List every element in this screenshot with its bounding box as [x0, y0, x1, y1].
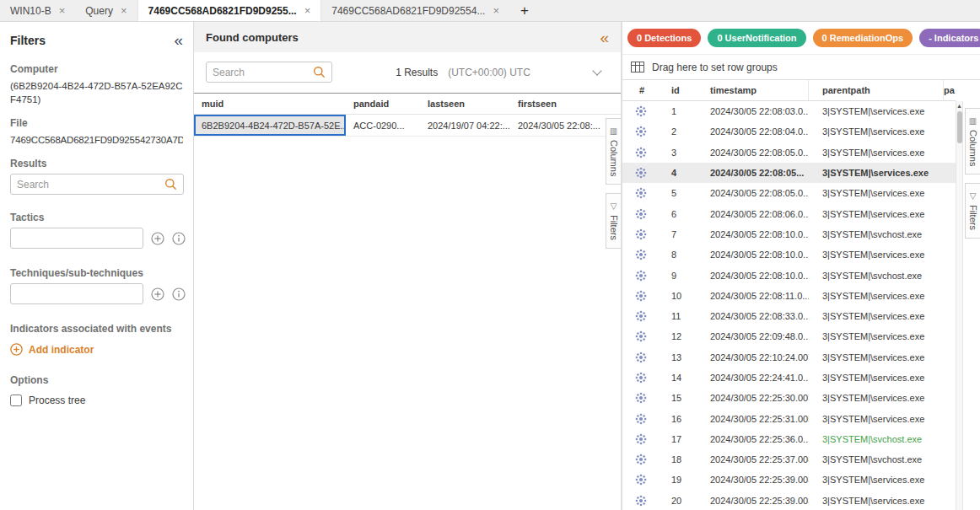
search-icon[interactable]: [164, 178, 177, 191]
process-gear-icon[interactable]: [622, 290, 658, 302]
column-header-firstseen[interactable]: firstseen: [510, 94, 603, 114]
process-gear-icon[interactable]: [622, 187, 658, 199]
column-header-id[interactable]: id: [658, 85, 697, 95]
tab-close-icon[interactable]: ×: [304, 4, 311, 17]
column-header-lastseen[interactable]: lastseen: [420, 94, 510, 114]
pandaid-cell[interactable]: ACC-0290...: [346, 115, 420, 136]
event-row[interactable]: 192024/30/05 22:25:39.0033|SYSTEM|\servi…: [622, 470, 956, 490]
tab-filters[interactable]: ▽ Filters: [606, 193, 621, 249]
status-badge-0[interactable]: 0 Detections: [627, 29, 701, 47]
add-tactic-icon[interactable]: [151, 232, 164, 245]
column-header-hash[interactable]: #: [622, 85, 658, 95]
process-gear-icon[interactable]: [622, 474, 658, 486]
tab-0[interactable]: WIN10-B×: [0, 0, 75, 21]
process-gear-icon[interactable]: [622, 105, 658, 117]
event-row[interactable]: 72024/30/05 22:08:10.0...3|SYSTEM|\svcho…: [622, 224, 956, 244]
techniques-input[interactable]: [10, 283, 143, 304]
status-badges: 0 Detections0 UserNotification0 Remediat…: [622, 22, 980, 54]
event-row[interactable]: 12024/30/05 22:08:03.0...3|SYSTEM|\servi…: [622, 101, 956, 121]
scroll-up-arrow-icon[interactable]: ▲: [956, 101, 962, 110]
process-tree-checkbox[interactable]: [10, 395, 22, 406]
status-badge-1[interactable]: 0 UserNotification: [708, 29, 805, 47]
lastseen-cell[interactable]: 2024/19/07 04:22:...: [420, 115, 510, 136]
process-gear-icon[interactable]: [622, 433, 658, 445]
process-gear-icon[interactable]: [622, 372, 658, 384]
tab-2[interactable]: 7469CC568AD6821FD9D9255...×: [137, 0, 322, 21]
process-gear-icon[interactable]: [622, 126, 658, 137]
tab-close-icon[interactable]: ×: [121, 4, 127, 17]
process-gear-icon[interactable]: [622, 310, 658, 322]
process-gear-icon[interactable]: [622, 454, 658, 465]
event-parentpath: 3|SYSTEM|\svchost.exe: [809, 454, 944, 464]
tab-close-icon[interactable]: ×: [493, 4, 499, 17]
tactics-input[interactable]: [10, 228, 143, 249]
column-header-muid[interactable]: muid: [194, 94, 346, 114]
tactics-info-icon[interactable]: [172, 232, 186, 245]
event-row[interactable]: 132024/30/05 22:10:24.0073|SYSTEM|\servi…: [622, 347, 956, 368]
scrollbar-thumb[interactable]: [957, 111, 962, 143]
event-row[interactable]: 162024/30/05 22:25:31.0053|SYSTEM|\servi…: [622, 408, 956, 428]
results-search-box: [10, 174, 184, 195]
tab-columns[interactable]: ▥ Columns: [965, 108, 980, 174]
columns-icon: ▥: [968, 116, 977, 126]
tab-filters[interactable]: ▽ Filters: [965, 183, 980, 239]
event-row[interactable]: 152024/30/05 22:25:30.0073|SYSTEM|\servi…: [622, 388, 956, 408]
process-gear-icon[interactable]: [622, 147, 658, 158]
new-tab-button[interactable]: +: [509, 0, 540, 21]
tab-close-icon[interactable]: ×: [59, 4, 66, 17]
event-timestamp: 2024/30/05 22:08:05.0...: [697, 188, 809, 198]
tab-3[interactable]: 7469CC568AD6821FD9D92554...×: [321, 0, 509, 21]
column-header-pandaid[interactable]: pandaid: [346, 94, 420, 114]
status-badge-3[interactable]: - Indicators: [919, 29, 980, 47]
event-parentpath: 3|SYSTEM|\services.exe: [809, 331, 944, 341]
event-id: 17: [658, 434, 697, 444]
process-gear-icon[interactable]: [622, 249, 658, 260]
process-gear-icon[interactable]: [622, 495, 658, 507]
event-row[interactable]: 182024/30/05 22:25:37.0083|SYSTEM|\svcho…: [622, 449, 956, 470]
event-row[interactable]: 112024/30/05 22:08:33.0...3|SYSTEM|\serv…: [622, 306, 956, 326]
event-row[interactable]: 82024/30/05 22:08:10.0...3|SYSTEM|\servi…: [622, 244, 956, 265]
event-row[interactable]: 92024/30/05 22:08:10.0...3|SYSTEM|\svcho…: [622, 265, 956, 285]
process-gear-icon[interactable]: [622, 413, 658, 425]
event-row[interactable]: 172024/30/05 22:25:36.0...3|SYSTEM|\svch…: [622, 429, 956, 449]
column-header-path[interactable]: pa: [944, 85, 956, 95]
column-header-parentpath[interactable]: parentpath: [809, 80, 944, 100]
process-gear-icon[interactable]: [622, 270, 658, 282]
event-parentpath: 3|SYSTEM|\services.exe: [809, 496, 944, 506]
computer-row[interactable]: 6B2B9204-4B24-472D-B57A-52E... ACC-0290.…: [194, 115, 621, 137]
event-row[interactable]: 122024/30/05 22:09:48.0...3|SYSTEM|\serv…: [622, 326, 956, 346]
vertical-scrollbar[interactable]: ▲: [956, 101, 963, 510]
collapse-found-panel-icon[interactable]: «: [600, 30, 609, 46]
results-search-input[interactable]: [17, 179, 164, 191]
event-row[interactable]: 202024/30/05 22:25:39.0033|SYSTEM|\servi…: [622, 491, 956, 510]
techniques-info-icon[interactable]: [172, 287, 186, 301]
muid-cell[interactable]: 6B2B9204-4B24-472D-B57A-52E...: [194, 115, 346, 136]
add-indicator-button[interactable]: Add indicator: [10, 343, 183, 356]
chevron-down-icon[interactable]: [592, 66, 601, 75]
computers-search-input[interactable]: [213, 67, 313, 78]
firstseen-cell[interactable]: 2024/30/05 22:08:...: [510, 115, 603, 136]
event-row[interactable]: 142024/30/05 22:24:41.0...3|SYSTEM|\serv…: [622, 368, 956, 388]
process-gear-icon[interactable]: [622, 208, 658, 220]
event-parentpath: 3|SYSTEM|\services.exe: [809, 148, 944, 158]
event-row[interactable]: 62024/30/05 22:08:06.0...3|SYSTEM|\servi…: [622, 203, 956, 223]
event-row[interactable]: 22024/30/05 22:08:04.0...3|SYSTEM|\servi…: [622, 121, 956, 142]
event-row[interactable]: 52024/30/05 22:08:05.0...3|SYSTEM|\servi…: [622, 183, 956, 203]
process-gear-icon[interactable]: [622, 330, 658, 342]
collapse-filters-icon[interactable]: «: [174, 32, 183, 48]
process-gear-icon[interactable]: [622, 352, 658, 363]
event-row[interactable]: 102024/30/05 22:08:11.0...3|SYSTEM|\serv…: [622, 286, 956, 306]
event-timestamp: 2024/30/05 22:08:05...: [697, 168, 809, 178]
event-row[interactable]: 32024/30/05 22:08:05.0...3|SYSTEM|\servi…: [622, 142, 956, 163]
process-gear-icon[interactable]: [622, 167, 658, 179]
tab-1[interactable]: Query×: [75, 0, 137, 21]
event-row[interactable]: 42024/30/05 22:08:05...3|SYSTEM|\service…: [622, 163, 956, 183]
row-groups-dropzone[interactable]: Drag here to set row groups: [622, 54, 980, 80]
column-header-timestamp[interactable]: timestamp: [697, 80, 809, 100]
process-gear-icon[interactable]: [622, 228, 658, 240]
add-technique-icon[interactable]: [151, 287, 164, 301]
tab-columns[interactable]: ▥ Columns: [606, 118, 621, 185]
search-icon[interactable]: [313, 66, 326, 78]
process-gear-icon[interactable]: [622, 392, 658, 404]
status-badge-2[interactable]: 0 RemediationOps: [813, 29, 913, 47]
